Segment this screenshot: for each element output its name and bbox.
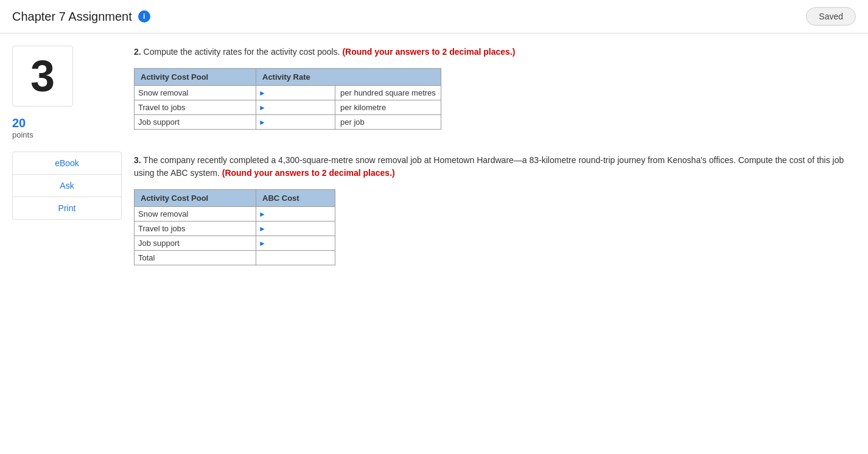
arrow-icon-2: ► xyxy=(256,102,268,113)
table-row: Snow removal ► xyxy=(135,207,335,222)
abc-input-3[interactable] xyxy=(268,236,335,250)
question-3-block: 3. The company recently completed a 4,30… xyxy=(134,154,856,265)
abc-input-1[interactable] xyxy=(268,207,335,221)
unit-label-2: per kilometre xyxy=(335,100,441,115)
points-value: 20 xyxy=(12,116,122,130)
col-header-pool: Activity Cost Pool xyxy=(135,69,256,86)
abc-arrow-icon-1: ► xyxy=(256,209,268,220)
print-link[interactable]: Print xyxy=(13,197,121,219)
arrow-icon-3: ► xyxy=(256,117,268,128)
ebook-link[interactable]: eBook xyxy=(13,152,121,175)
abc-input-cell-2: ► xyxy=(256,222,335,236)
abc-input-4[interactable] xyxy=(256,251,335,265)
abc-col-header-cost: ABC Cost xyxy=(256,190,335,207)
table-row: Job support ► per job xyxy=(135,115,441,130)
info-icon[interactable]: i xyxy=(138,10,150,23)
q2-highlight: (Round your answers to 2 decimal places.… xyxy=(342,47,515,57)
abc-input-cell-4 xyxy=(256,251,335,265)
question-number-box: 3 xyxy=(12,46,73,107)
abc-input-cell-3: ► xyxy=(256,236,335,251)
saved-button[interactable]: Saved xyxy=(806,7,856,26)
sidebar-links: eBook Ask Print xyxy=(12,152,122,220)
page-header: Chapter 7 Assignment i Saved xyxy=(0,0,868,33)
pool-label-3: Job support xyxy=(135,115,256,130)
ask-link[interactable]: Ask xyxy=(13,175,121,197)
question-2-text: 2. Compute the activity rates for the ac… xyxy=(134,46,856,58)
q3-highlight: (Round your answers to 2 decimal places.… xyxy=(222,168,395,178)
col-header-rate: Activity Rate xyxy=(256,69,441,86)
question-3-text: 3. The company recently completed a 4,30… xyxy=(134,154,856,180)
unit-label-3: per job xyxy=(335,115,441,130)
main-content: 3 20 points eBook Ask Print 2. Compute t… xyxy=(0,33,868,302)
rate-input-1[interactable] xyxy=(268,86,335,100)
rate-input-cell-1: ► xyxy=(256,86,335,100)
rate-input-3[interactable] xyxy=(268,115,335,129)
activity-rate-table: Activity Cost Pool Activity Rate Snow re… xyxy=(134,68,441,130)
abc-arrow-icon-3: ► xyxy=(256,238,268,249)
q2-number: 2. xyxy=(134,47,141,57)
page-title: Chapter 7 Assignment xyxy=(12,10,132,24)
table-row: Travel to jobs ► per kilometre xyxy=(135,100,441,115)
rate-input-2[interactable] xyxy=(268,100,335,114)
table-row: Snow removal ► per hundred square metres xyxy=(135,86,441,100)
abc-arrow-icon-2: ► xyxy=(256,223,268,234)
abc-col-header-pool: Activity Cost Pool xyxy=(135,190,256,207)
table-row: Total xyxy=(135,251,335,265)
content-area: 2. Compute the activity rates for the ac… xyxy=(134,46,856,290)
abc-pool-label-4: Total xyxy=(135,251,256,265)
abc-cost-table: Activity Cost Pool ABC Cost Snow removal… xyxy=(134,189,335,265)
abc-input-cell-1: ► xyxy=(256,207,335,222)
points-label: points xyxy=(12,130,122,139)
abc-pool-label-1: Snow removal xyxy=(135,207,256,222)
rate-input-cell-2: ► xyxy=(256,100,335,115)
q3-number: 3. xyxy=(134,155,141,165)
abc-pool-label-3: Job support xyxy=(135,236,256,251)
abc-input-2[interactable] xyxy=(268,222,335,236)
unit-label-1: per hundred square metres xyxy=(335,86,441,100)
abc-pool-label-2: Travel to jobs xyxy=(135,222,256,236)
sidebar: 3 20 points eBook Ask Print xyxy=(12,46,122,290)
question-2-block: 2. Compute the activity rates for the ac… xyxy=(134,46,856,130)
table-row: Job support ► xyxy=(135,236,335,251)
arrow-icon-1: ► xyxy=(256,88,268,99)
pool-label-2: Travel to jobs xyxy=(135,100,256,115)
question-number: 3 xyxy=(30,54,55,98)
rate-input-cell-3: ► xyxy=(256,115,335,130)
table-row: Travel to jobs ► xyxy=(135,222,335,236)
pool-label-1: Snow removal xyxy=(135,86,256,100)
